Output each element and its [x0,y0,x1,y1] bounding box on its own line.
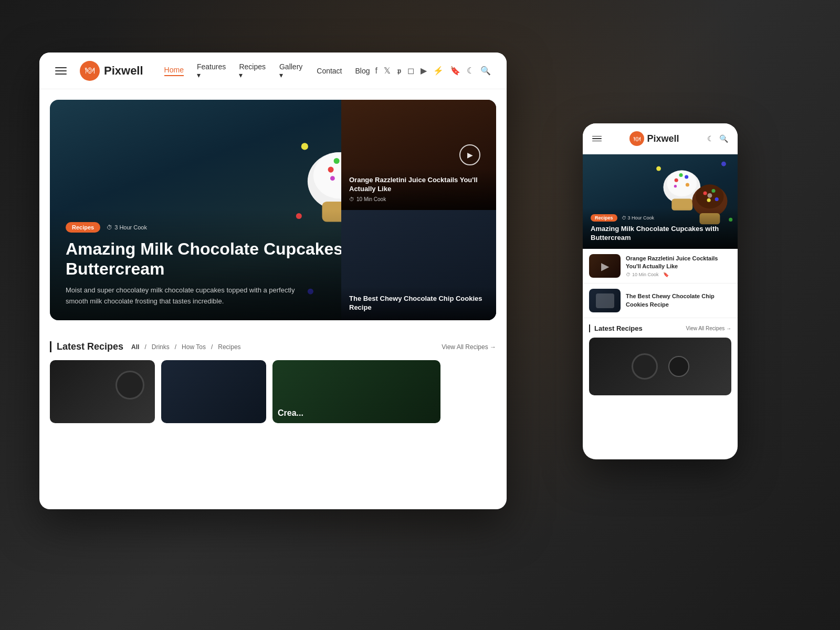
filter-separator-2: / [175,343,176,351]
nav-gallery[interactable]: Gallery ▾ [279,62,303,79]
latest-recipes-title: Latest Recipes [50,341,123,352]
youtube-icon[interactable]: ▶ [421,66,427,76]
mobile-darkmode-icon[interactable]: ☾ [707,134,714,143]
mobile-cook-time: ⏱ 3 Hour Cook [622,215,655,220]
mobile-latest-header: Latest Recipes View All Recipes → [589,324,731,332]
svg-point-51 [656,166,661,171]
hero-description: Moist and super chocolatey milk chocolat… [66,285,318,307]
mobile-nav-icons: ☾ 🔍 [707,134,728,143]
recipe-cards-row: Crea... [50,360,496,423]
filter-links: All / Drinks / How Tos / Recipes [131,343,241,351]
nav-recipes[interactable]: Recipes ▾ [239,62,266,79]
mobile-item-2-title: The Best Chewy Chocolate Chip Cookies Re… [626,292,731,309]
lightning-icon[interactable]: ⚡ [433,66,444,76]
recipe-card-2[interactable] [161,360,266,423]
hero-section: Recipes ⏱ 3 Hour Cook Amazing Milk Choco… [50,100,496,320]
latest-title-area: Latest Recipes All / Drinks / How Tos / … [50,341,241,352]
clock-icon: ⏱ [626,272,631,277]
mobile-item-1-thumb: ▶ [589,254,621,278]
svg-point-42 [674,185,677,187]
svg-point-7 [330,176,335,181]
side-cards-area: ▶ Orange Razzletini Juice Cocktails You'… [341,100,496,320]
logo-area: 🍽 Pixwell [80,61,143,81]
mobile-navbar: 🍽 Pixwell ☾ 🔍 [583,123,738,154]
clock-icon: ⏱ [622,215,626,220]
side-card-1-title: Orange Razzletini Juice Cocktails You'll… [349,176,488,194]
view-all-link[interactable]: View All Recipes → [442,343,496,351]
logo-text: Pixwell [104,64,143,78]
filter-separator-1: / [144,343,146,351]
bookmark-icon[interactable]: 🔖 [663,272,669,277]
svg-point-40 [679,173,682,177]
svg-point-52 [721,162,726,166]
bookmark-icon[interactable]: 🔖 [450,66,460,76]
side-card-1-time: ⏱ 10 Min Cook [349,196,488,202]
filter-separator-3: / [211,343,213,351]
nav-features[interactable]: Features ▾ [197,62,226,79]
svg-point-27 [301,143,308,150]
mobile-item-2-info: The Best Chewy Chocolate Chip Cookies Re… [626,292,731,309]
nav-links: Home Features ▾ Recipes ▾ Gallery ▾ Cont… [164,62,370,79]
mobile-search-icon[interactable]: 🔍 [719,134,728,143]
nav-blog[interactable]: Blog [355,67,370,75]
mobile-latest-section: Latest Recipes View All Recipes → [583,318,738,402]
filter-recipes[interactable]: Recipes [218,343,240,351]
mobile-hamburger-button[interactable] [592,136,602,142]
mobile-category-badge: Recipes [591,214,617,222]
pinterest-icon[interactable]: 𝖕 [397,66,401,76]
side-card-2-title: The Best Chewy Chocolate Chip Cookies Re… [349,295,488,312]
side-card-1[interactable]: ▶ Orange Razzletini Juice Cocktails You'… [341,100,496,210]
svg-point-38 [675,178,678,182]
recipe-card-3-label: Crea... [278,408,303,418]
mobile-list-item-1[interactable]: ▶ Orange Razzletini Juice Cocktails You'… [583,249,738,284]
desktop-navbar: 🍽 Pixwell Home Features ▾ Recipes ▾ Gall… [39,52,507,89]
filter-drinks[interactable]: Drinks [152,343,170,351]
mobile-logo-text: Pixwell [647,133,679,144]
instagram-icon[interactable]: ◻ [407,66,414,76]
nav-social-icons: f 𝕏 𝖕 ◻ ▶ ⚡ 🔖 ☾ 🔍 [375,66,491,76]
clock-icon: ⏱ [349,196,354,202]
mobile-hero-overlay: Recipes ⏱ 3 Hour Cook Amazing Milk Choco… [583,208,738,249]
mobile-logo-icon: 🍽 [629,131,644,146]
nav-contact[interactable]: Contact [317,67,342,75]
latest-recipes-header: Latest Recipes All / Drinks / How Tos / … [50,341,496,352]
svg-point-41 [686,183,689,186]
svg-point-3 [328,167,334,173]
recipe-card-3[interactable]: Crea... [272,360,440,423]
mobile-list-item-2[interactable]: The Best Chewy Chocolate Chip Cookies Re… [583,284,738,318]
filter-all[interactable]: All [131,343,139,351]
darkmode-icon[interactable]: ☾ [467,66,474,76]
category-badge: Recipes [66,222,100,233]
cookie-circle-1 [632,353,658,380]
nav-home[interactable]: Home [164,66,184,76]
svg-point-50 [707,193,712,198]
play-icon: ▶ [601,260,609,272]
svg-point-46 [704,191,707,195]
cookie-circle-2 [668,356,689,377]
mobile-hero-badges: Recipes ⏱ 3 Hour Cook [591,214,730,222]
desktop-browser-card: 🍽 Pixwell Home Features ▾ Recipes ▾ Gall… [39,52,507,509]
svg-point-39 [685,175,688,178]
play-button-1[interactable]: ▶ [459,144,480,165]
mobile-item-1-time: ⏱ 10 Min Cook 🔖 [626,272,731,277]
svg-point-48 [715,197,719,201]
mobile-recipe-thumb-content [589,338,731,395]
mobile-latest-title: Latest Recipes [589,324,643,332]
mobile-hero: Recipes ⏱ 3 Hour Cook Amazing Milk Choco… [583,154,738,249]
mobile-recipe-thumb[interactable] [589,338,731,395]
recipe-card-1[interactable] [50,360,155,423]
svg-point-49 [707,198,711,202]
side-card-2[interactable]: The Best Chewy Chocolate Chip Cookies Re… [341,210,496,320]
filter-howtos[interactable]: How Tos [182,343,206,351]
twitter-icon[interactable]: 𝕏 [384,66,391,76]
facebook-icon[interactable]: f [375,66,377,76]
mobile-view-all[interactable]: View All Recipes → [686,326,731,331]
search-icon[interactable]: 🔍 [480,66,491,76]
hamburger-button[interactable] [55,67,67,75]
cookie-thumbnail [596,293,614,308]
mobile-item-1-title: Orange Razzletini Juice Cocktails You'll… [626,255,731,271]
side-card-2-content: The Best Chewy Chocolate Chip Cookies Re… [341,287,496,320]
mobile-item-1-info: Orange Razzletini Juice Cocktails You'll… [626,255,731,278]
svg-point-47 [711,189,715,193]
latest-recipes-section: Latest Recipes All / Drinks / How Tos / … [39,331,507,423]
